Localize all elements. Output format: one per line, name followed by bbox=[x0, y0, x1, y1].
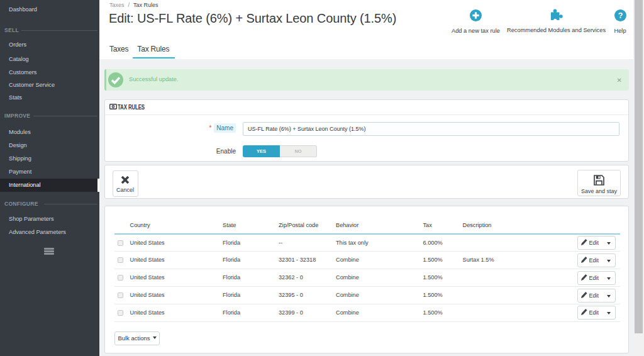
svg-text:?: ? bbox=[618, 11, 623, 20]
